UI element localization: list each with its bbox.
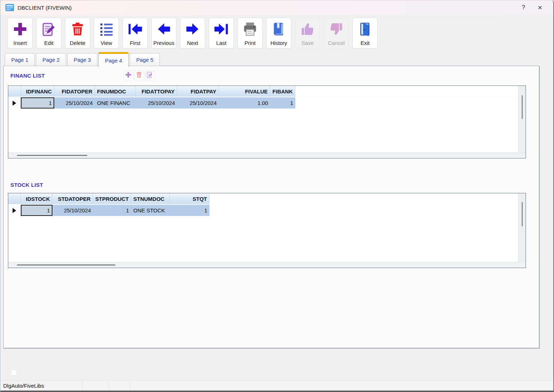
financ-hscroll-thumb[interactable] xyxy=(17,155,87,156)
stock-col-stdatoper[interactable]: STDATOPER xyxy=(52,193,93,204)
last-button[interactable]: Last xyxy=(209,18,234,49)
financ-col-fidatpay[interactable]: FIDATPAY xyxy=(177,86,219,97)
previous-button-label: Previous xyxy=(153,40,174,46)
exit-button[interactable]: Exit xyxy=(352,18,378,49)
edit-button[interactable]: Edit xyxy=(36,18,61,49)
tab-page-5[interactable]: Page 5 xyxy=(130,53,160,66)
print-button-label: Print xyxy=(245,40,256,46)
tab-page-4[interactable]: Page 4 xyxy=(98,52,129,67)
stock-cell-stnumdoc[interactable]: ONE STOCK xyxy=(131,205,170,216)
save-button: Save xyxy=(295,18,320,49)
first-button[interactable]: First xyxy=(123,18,148,49)
status-message: DlgAuto/FiveLibs xyxy=(3,383,44,389)
arrow-left-icon xyxy=(152,18,176,40)
next-button-label: Next xyxy=(187,40,198,46)
title-bar[interactable]: DBCLIENT (FIVEWIN) ? ✕ xyxy=(0,0,553,15)
mini-edit-icon xyxy=(146,71,154,80)
stock-col-stproduct[interactable]: STPRODUCT xyxy=(93,193,131,204)
financ-cell-finumdoc[interactable]: ONE FINANC xyxy=(95,97,136,109)
stock-col-stqt[interactable]: STQT xyxy=(170,193,209,204)
stock-row-selected[interactable]: 1 25/10/2024 1 ONE STOCK 1 xyxy=(8,205,518,216)
stock-cell-stdatoper[interactable]: 25/10/2024 xyxy=(52,205,93,216)
tab-page-1[interactable]: Page 1 xyxy=(5,53,35,66)
financ-col-fibank[interactable]: FIBANK xyxy=(270,86,295,97)
financ-mini-toolbar xyxy=(123,70,156,80)
financ-col-fivalue[interactable]: FIVALUE xyxy=(219,86,270,97)
stock-grid: IDSTOCK STDATOPER STPRODUCT STNUMDOC STQ… xyxy=(8,193,526,268)
financ-add-button[interactable] xyxy=(123,70,133,80)
current-row-arrow-icon xyxy=(13,208,16,213)
financ-horizontal-scrollbar[interactable] xyxy=(8,152,526,158)
window-title: DBCLIENT (FIVEWIN) xyxy=(18,5,72,11)
status-divider xyxy=(109,381,109,390)
arrow-right-icon xyxy=(180,18,205,40)
stock-cell-idstock[interactable]: 1 xyxy=(21,205,52,216)
stock-grid-empty-area xyxy=(8,216,518,262)
financ-list-title: FINANC LIST xyxy=(10,73,45,79)
financ-gutter-header xyxy=(8,86,21,97)
financ-vertical-scrollbar[interactable] xyxy=(518,86,526,152)
stock-list-title: STOCK LIST xyxy=(10,182,43,188)
history-button-label: History xyxy=(271,40,287,46)
insert-button[interactable]: Insert xyxy=(8,18,33,49)
financ-cell-fidattopay[interactable]: 25/10/2024 xyxy=(136,97,177,109)
tab-page-3[interactable]: Page 3 xyxy=(67,53,97,66)
financ-grid: IDFINANC FIDATOPER FINUMDOC FIDATTOPAY F… xyxy=(8,86,526,158)
financ-cell-fidatoper[interactable]: 25/10/2024 xyxy=(54,97,95,109)
stock-col-idstock[interactable]: IDSTOCK xyxy=(21,193,52,204)
arrow-first-icon xyxy=(123,18,147,40)
stock-horizontal-scrollbar[interactable] xyxy=(8,262,526,268)
stock-cell-stqt[interactable]: 1 xyxy=(170,205,209,216)
financ-row-selected[interactable]: 1 25/10/2024 ONE FINANC 25/10/2024 25/10… xyxy=(8,97,518,109)
financ-col-finumdoc[interactable]: FINUMDOC xyxy=(95,86,136,97)
financ-cell-fivalue[interactable]: 1.00 xyxy=(219,97,270,109)
insert-button-label: Insert xyxy=(13,40,27,46)
history-button[interactable]: History xyxy=(266,18,291,49)
view-button[interactable]: View xyxy=(94,18,119,49)
previous-button[interactable]: Previous xyxy=(151,18,176,49)
plus-icon xyxy=(8,18,32,40)
financ-grid-empty-area xyxy=(8,109,518,152)
current-row-arrow-icon xyxy=(13,101,16,106)
financ-cell-idfinanc[interactable]: 1 xyxy=(21,97,54,109)
arrow-last-icon xyxy=(209,18,234,40)
financ-col-fidattopay[interactable]: FIDATTOPAY xyxy=(136,86,177,97)
help-button[interactable]: ? xyxy=(515,0,532,15)
financ-vscroll-thumb[interactable] xyxy=(522,95,523,119)
cancel-button-label: Cancel xyxy=(328,40,345,46)
stock-col-stnumdoc[interactable]: STNUMDOC xyxy=(131,193,170,204)
stock-hscroll-thumb[interactable] xyxy=(17,264,115,266)
financ-cell-fibank[interactable]: 1 xyxy=(270,97,295,109)
edit-note-icon xyxy=(37,18,61,40)
financ-col-fidatoper[interactable]: FIDATOPER xyxy=(54,86,95,97)
printer-icon xyxy=(238,18,262,40)
financ-delete-button[interactable] xyxy=(134,70,144,80)
print-button[interactable]: Print xyxy=(237,18,263,49)
blank-control xyxy=(11,370,17,375)
delete-button[interactable]: Delete xyxy=(65,18,90,49)
stock-vscroll-thumb[interactable] xyxy=(522,202,523,226)
status-divider xyxy=(130,381,130,390)
financ-cell-fidatpay[interactable]: 25/10/2024 xyxy=(177,97,219,109)
exit-button-label: Exit xyxy=(360,40,369,46)
close-button[interactable]: ✕ xyxy=(532,0,548,15)
next-button[interactable]: Next xyxy=(180,18,205,49)
door-icon xyxy=(353,18,377,40)
financ-col-idfinanc[interactable]: IDFINANC xyxy=(21,86,54,97)
tab-page-2[interactable]: Page 2 xyxy=(36,53,66,66)
financ-grid-header: IDFINANC FIDATOPER FINUMDOC FIDATTOPAY F… xyxy=(8,86,518,97)
status-bar: DlgAuto/FiveLibs xyxy=(0,380,553,391)
stock-cell-stproduct[interactable]: 1 xyxy=(93,205,131,216)
edit-button-label: Edit xyxy=(44,40,54,46)
last-button-label: Last xyxy=(216,40,226,46)
view-button-label: View xyxy=(101,40,112,46)
app-icon xyxy=(5,4,14,11)
stock-row-marker xyxy=(8,205,21,216)
save-button-label: Save xyxy=(301,40,314,46)
mini-plus-icon xyxy=(124,71,132,80)
delete-button-label: Delete xyxy=(70,40,85,46)
stock-vertical-scrollbar[interactable] xyxy=(518,193,526,262)
financ-edit-button[interactable] xyxy=(145,70,155,80)
page-4-panel: FINANC LIST xyxy=(3,66,539,348)
app-window: DBCLIENT (FIVEWIN) ? ✕ Insert Edit Delet… xyxy=(0,0,554,392)
